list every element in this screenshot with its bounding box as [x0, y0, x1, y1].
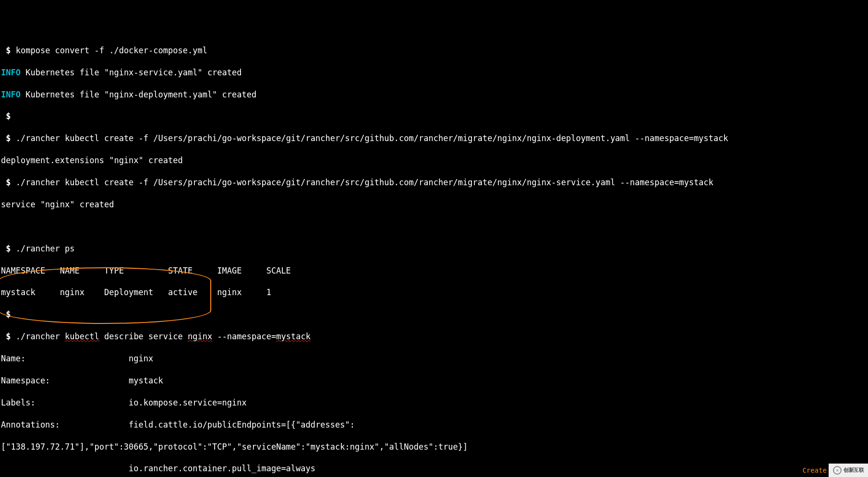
output-text: ["138.197.72.71"],"port":30665,"protocol… [1, 442, 468, 452]
output-text: service "nginx" created [1, 200, 114, 209]
output-text: Namespace: mystack [1, 376, 163, 385]
watermark-logo-icon: ✕ [833, 466, 842, 475]
watermark-text: 创新互联 [844, 467, 864, 474]
terminal-line: $ [1, 309, 868, 320]
output-text: Kubernetes file "nginx-service.yaml" cre… [21, 68, 242, 77]
terminal-line: $ ./rancher kubectl describe service ngi… [1, 331, 868, 342]
prompt: $ [1, 244, 16, 253]
watermark-logo: ✕ 创新互联 [829, 464, 868, 477]
terminal-line: service "nginx" created [1, 199, 868, 210]
table-header: NAMESPACE NAME TYPE STATE IMAGE SCALE [1, 266, 291, 275]
terminal-line: Annotations: field.cattle.io/publicEndpo… [1, 419, 868, 430]
table-row: mystack nginx Deployment active nginx 1 [1, 287, 271, 297]
terminal-line: deployment.extensions "nginx" created [1, 155, 868, 166]
terminal-line: INFO Kubernetes file "nginx-service.yaml… [1, 67, 868, 78]
prompt: $ [1, 133, 16, 143]
command-text: describe service [99, 332, 188, 341]
terminal-line: $ kompose convert -f ./docker-compose.ym… [1, 45, 868, 56]
spellcheck-underline: kubectl [65, 332, 99, 341]
info-tag: INFO [1, 90, 21, 99]
output-text: Labels: io.kompose.service=nginx [1, 398, 247, 407]
prompt: $ [1, 111, 11, 121]
terminal-line: NAMESPACE NAME TYPE STATE IMAGE SCALE [1, 265, 868, 276]
terminal-line: Name: nginx [1, 353, 868, 364]
spellcheck-underline: mystack [276, 332, 311, 341]
terminal-line: io.rancher.container.pull_image=always [1, 463, 868, 474]
output-text: Annotations: field.cattle.io/publicEndpo… [1, 420, 355, 429]
prompt: $ [1, 310, 11, 319]
command-text: ./rancher ps [16, 244, 75, 253]
prompt: $ [1, 46, 16, 55]
command-text: ./rancher kubectl create -f /Users/prach… [16, 178, 713, 187]
output-text: Name: nginx [1, 354, 153, 363]
spellcheck-underline: nginx [188, 332, 212, 341]
terminal-line: $ ./rancher kubectl create -f /Users/pra… [1, 177, 868, 188]
output-text: io.rancher.container.pull_image=always [1, 464, 315, 473]
terminal-line: Namespace: mystack [1, 375, 868, 386]
command-text: --namespace= [212, 332, 276, 341]
output-text: deployment.extensions "nginx" created [1, 155, 183, 165]
command-text: kompose convert -f ./docker-compose.yml [16, 46, 207, 55]
terminal-line: ["138.197.72.71"],"port":30665,"protocol… [1, 441, 868, 453]
terminal-line: INFO Kubernetes file "nginx-deployment.y… [1, 89, 868, 100]
terminal-line: $ ./rancher kubectl create -f /Users/pra… [1, 133, 868, 144]
prompt: $ [1, 178, 16, 187]
footer-create-label: Create [802, 466, 827, 475]
prompt: $ [1, 332, 16, 341]
terminal-line: $ [1, 111, 868, 122]
terminal-line [1, 221, 868, 232]
command-text: ./rancher kubectl create -f /Users/prach… [16, 133, 728, 143]
output-text: Kubernetes file "nginx-deployment.yaml" … [21, 90, 256, 99]
terminal-line: mystack nginx Deployment active nginx 1 [1, 287, 868, 298]
info-tag: INFO [1, 68, 21, 77]
terminal-line: $ ./rancher ps [1, 243, 868, 254]
terminal-line: Labels: io.kompose.service=nginx [1, 397, 868, 408]
command-text: ./rancher [16, 332, 65, 341]
